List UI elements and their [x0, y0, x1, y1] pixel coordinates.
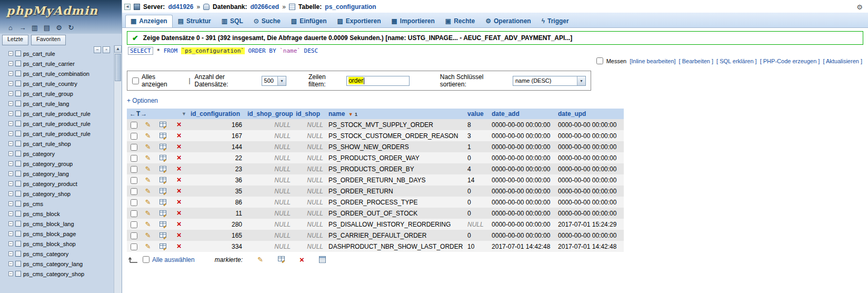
filter-rows-input[interactable]: order: [346, 76, 410, 86]
column-header-value[interactable]: value: [465, 109, 489, 119]
sidebar-table-item[interactable]: − ps_category_group: [8, 159, 112, 169]
delete-x-icon[interactable]: ×: [177, 219, 182, 228]
tab[interactable]: ▨ Exportieren: [332, 15, 386, 27]
delete-selected-icon[interactable]: ×: [300, 257, 304, 263]
tree-expander-icon[interactable]: −: [8, 271, 13, 276]
sidebar-table-item[interactable]: − ps_cms_category: [8, 249, 112, 259]
query-link[interactable]: [ Bearbeiten ]: [679, 58, 713, 64]
sidebar-table-item[interactable]: − ps_cart_rule_group: [8, 89, 112, 99]
sidebar-table-item[interactable]: − ps_cart_rule_carrier: [8, 58, 112, 69]
row-checkbox[interactable]: [131, 210, 137, 217]
delete-x-icon[interactable]: ×: [177, 142, 182, 151]
row-checkbox[interactable]: [131, 177, 137, 184]
options-toggle-link[interactable]: + Optionen: [127, 97, 158, 104]
delete-x-icon[interactable]: ×: [177, 175, 182, 184]
check-all-label[interactable]: Alle auswählen: [152, 256, 195, 263]
row-checkbox[interactable]: [131, 221, 137, 228]
delete-x-icon[interactable]: ×: [177, 186, 182, 195]
row-checkbox[interactable]: [131, 155, 137, 162]
recent-tables-button[interactable]: Letzte: [2, 35, 28, 45]
tab[interactable]: ▣ Rechte: [440, 15, 480, 27]
delete-x-icon[interactable]: ×: [177, 120, 182, 129]
tree-expander-icon[interactable]: −: [8, 121, 13, 126]
sidebar-table-item[interactable]: − ps_category: [8, 149, 112, 159]
edit-pencil-icon[interactable]: ✎: [145, 176, 151, 184]
tab[interactable]: ▦ Anzeigen: [125, 15, 173, 27]
rows-count-select[interactable]: 500 ▼: [262, 76, 286, 86]
inline-edit-icon[interactable]: [159, 133, 166, 140]
tree-expander-icon[interactable]: −: [8, 241, 13, 246]
tree-expander-icon[interactable]: −: [8, 151, 13, 156]
edit-selected-icon[interactable]: ✎: [257, 256, 263, 263]
tree-expander-icon[interactable]: −: [8, 101, 13, 106]
column-header-date-upd[interactable]: date_upd: [555, 109, 624, 119]
edit-pencil-icon[interactable]: ✎: [145, 187, 151, 195]
delete-x-icon[interactable]: ×: [177, 241, 182, 250]
query-link[interactable]: [ SQL erklären ]: [716, 58, 757, 64]
tab[interactable]: ϟ Trigger: [536, 15, 574, 27]
inline-edit-icon[interactable]: [159, 210, 166, 217]
inline-edit-icon[interactable]: [159, 122, 166, 129]
sidebar-table-item[interactable]: − ps_cart_rule_product_rule: [8, 129, 112, 139]
profiling-checkbox[interactable]: [596, 57, 603, 64]
unfold-icon[interactable]: ▫: [103, 46, 110, 53]
edit-pencil-icon[interactable]: ✎: [145, 143, 151, 151]
column-link[interactable]: id_configuration: [191, 110, 240, 118]
column-link[interactable]: id_shop: [296, 110, 320, 118]
tree-expander-icon[interactable]: −: [8, 61, 13, 66]
query-link[interactable]: [Inline bearbeiten]: [630, 58, 675, 64]
sidebar-table-item[interactable]: − ps_cms_block_page: [8, 229, 112, 239]
tab[interactable]: ⚙ Operationen: [480, 15, 536, 27]
tree-expander-icon[interactable]: −: [8, 131, 13, 136]
delete-x-icon[interactable]: ×: [177, 153, 182, 162]
column-header-id-shop-group[interactable]: id_shop_group: [245, 109, 293, 119]
sidebar-table-item[interactable]: − ps_cms_block_shop: [8, 239, 112, 249]
tree-expander-icon[interactable]: −: [8, 181, 13, 186]
edit-pencil-icon[interactable]: ✎: [145, 132, 151, 140]
row-checkbox[interactable]: [131, 232, 137, 239]
sidebar-table-item[interactable]: − ps_category_lang: [8, 169, 112, 179]
sidebar-table-item[interactable]: − ps_cart_rule_product_rule: [8, 109, 112, 119]
delete-x-icon[interactable]: ×: [177, 230, 182, 239]
sidebar-table-item[interactable]: − ps_category_shop: [8, 189, 112, 199]
column-header-id-shop[interactable]: id_shop: [293, 109, 326, 119]
column-link[interactable]: date_add: [492, 110, 520, 118]
docs-icon[interactable]: ▤: [43, 23, 51, 32]
home-icon[interactable]: ⌂: [6, 23, 15, 32]
tree-scrollbar[interactable]: ▲: [114, 45, 122, 293]
server-link[interactable]: dd41926: [168, 3, 193, 11]
tab[interactable]: ▧ Einfügen: [286, 15, 332, 27]
sidebar-table-item[interactable]: − ps_category_product: [8, 179, 112, 189]
column-link[interactable]: name: [328, 110, 345, 118]
edit-pencil-icon[interactable]: ✎: [145, 231, 151, 239]
edit-pencil-icon[interactable]: ✎: [145, 220, 151, 228]
edit-pencil-icon[interactable]: ✎: [145, 209, 151, 217]
logout-icon[interactable]: →: [18, 23, 27, 32]
tree-expander-icon[interactable]: −: [8, 231, 13, 236]
row-checkbox[interactable]: [131, 144, 137, 151]
tree-expander-icon[interactable]: −: [8, 71, 13, 76]
delete-x-icon[interactable]: ×: [177, 197, 182, 206]
sidebar-table-item[interactable]: − ps_cart_rule_combination: [8, 69, 112, 79]
inline-edit-icon[interactable]: [159, 166, 166, 173]
edit-pencil-icon[interactable]: ✎: [145, 165, 151, 173]
delete-x-icon[interactable]: ×: [177, 164, 182, 173]
tree-expander-icon[interactable]: −: [8, 251, 13, 256]
delete-x-icon[interactable]: ×: [177, 131, 182, 140]
tree-expander-icon[interactable]: −: [8, 51, 13, 56]
column-link[interactable]: id_shop_group: [247, 110, 293, 118]
phpmyadmin-logo[interactable]: phpMyAdmin: [6, 4, 98, 17]
inline-edit-icon[interactable]: [159, 144, 166, 151]
edit-pencil-icon[interactable]: ✎: [145, 242, 151, 250]
edit-pencil-icon[interactable]: ✎: [145, 154, 151, 162]
inline-edit-icon[interactable]: [159, 232, 166, 239]
row-checkbox[interactable]: [131, 243, 137, 250]
sidebar-table-item[interactable]: − ps_cms_category_lang: [8, 259, 112, 269]
scroll-up-icon[interactable]: ▲: [114, 45, 122, 53]
column-link[interactable]: date_upd: [558, 110, 586, 118]
inline-edit-icon[interactable]: [159, 188, 166, 195]
sidebar-table-item[interactable]: − ps_cart_rule_product_rule: [8, 119, 112, 129]
tree-expander-icon[interactable]: −: [8, 221, 13, 226]
tree-expander-icon[interactable]: −: [8, 211, 13, 216]
row-checkbox[interactable]: [131, 133, 137, 140]
